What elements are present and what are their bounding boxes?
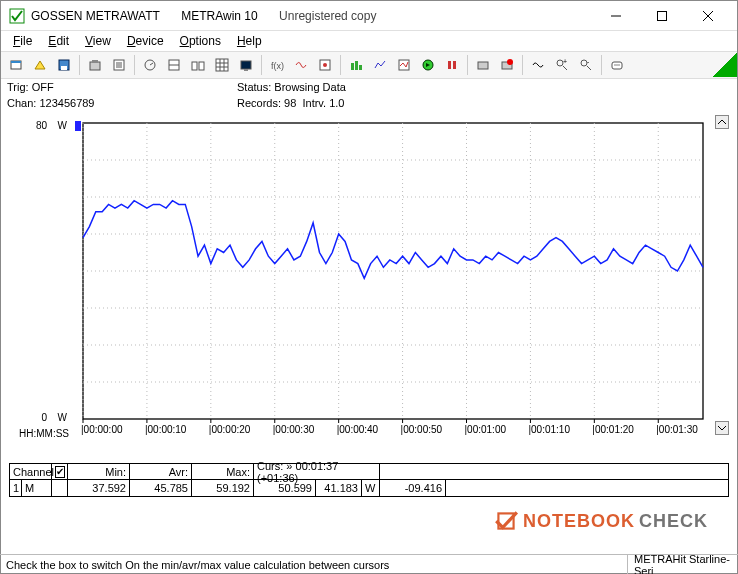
title-note: Unregistered copy [279, 9, 376, 23]
toolbar-btn-8[interactable] [187, 54, 209, 76]
toolbar-btn-22[interactable]: + [551, 54, 573, 76]
hdr-spacer [380, 464, 728, 479]
cell-diff: -09.416 [380, 480, 446, 496]
toolbar-sep [134, 55, 135, 75]
hdr-avr: Avr: [130, 464, 192, 479]
y-unit-top: W [58, 120, 68, 131]
svg-rect-51 [75, 121, 81, 131]
svg-rect-26 [241, 61, 251, 69]
toolbar-btn-16[interactable] [393, 54, 415, 76]
svg-text:|00:01:10: |00:01:10 [528, 424, 570, 435]
cell-max: 59.192 [192, 480, 254, 496]
table-header-row: Channel: ✔ Min: Avr: Max: Curs: » 00:01:… [10, 464, 728, 480]
toolbar-btn-23[interactable]: - [575, 54, 597, 76]
toolbar-btn-7[interactable] [163, 54, 185, 76]
toolbar-btn-1[interactable] [5, 54, 27, 76]
records-label: Records: [237, 97, 281, 109]
svg-rect-6 [11, 61, 21, 63]
chan-label: Chan: [7, 97, 36, 109]
svg-text:|00:00:10: |00:00:10 [145, 424, 187, 435]
status-message: Check the box to switch On the min/avr/m… [0, 555, 628, 574]
minimize-button[interactable] [593, 1, 639, 31]
app-icon [9, 8, 25, 24]
xaxis-label: HH:MM:SS [19, 428, 69, 439]
status-row-2: Chan: 123456789 Records: 98 Intrv. 1.0 [1, 95, 737, 111]
toolbar-btn-13[interactable] [314, 54, 336, 76]
svg-rect-36 [448, 61, 451, 69]
svg-rect-33 [359, 65, 362, 70]
close-button[interactable] [685, 1, 731, 31]
status-value: Browsing Data [274, 81, 346, 93]
cell-kind: M [22, 480, 52, 496]
menu-edit[interactable]: Edit [40, 32, 77, 50]
menu-help[interactable]: Help [229, 32, 270, 50]
toolbar-btn-21[interactable] [527, 54, 549, 76]
menu-device[interactable]: Device [119, 32, 172, 50]
toolbar-sep [522, 55, 523, 75]
ymin-label: 0 [41, 412, 47, 423]
svg-point-50 [618, 64, 619, 65]
line-chart[interactable]: 80 W 0 W |00:00:00|00:00:10|00:00:20|00:… [9, 115, 729, 455]
toolbar-btn-20[interactable] [496, 54, 518, 76]
toolbar-btn-9[interactable] [211, 54, 233, 76]
cell-min: 37.592 [68, 480, 130, 496]
svg-rect-21 [216, 59, 228, 71]
svg-text:|00:00:50: |00:00:50 [401, 424, 443, 435]
svg-text:|00:00:30: |00:00:30 [273, 424, 315, 435]
svg-text:|00:01:00: |00:01:00 [465, 424, 507, 435]
hdr-max: Max: [192, 464, 254, 479]
cell-c1: 50.599 [254, 480, 316, 496]
table-row: 1 M 37.592 45.785 59.192 50.599 41.183 W… [10, 480, 728, 496]
svg-rect-32 [355, 61, 358, 70]
svg-rect-8 [61, 66, 67, 70]
toolbar-btn-6[interactable] [139, 54, 161, 76]
menu-file[interactable]: File [5, 32, 40, 50]
svg-point-40 [507, 59, 513, 65]
status-label: Status: [237, 81, 271, 93]
toolbar-btn-12[interactable] [290, 54, 312, 76]
toolbar-btn-11[interactable]: f(x) [266, 54, 288, 76]
toolbar-btn-4[interactable] [84, 54, 106, 76]
cell-ch: 1 [10, 480, 22, 496]
toolbar-btn-14[interactable] [345, 54, 367, 76]
svg-text:|00:01:20: |00:01:20 [592, 424, 634, 435]
toolbar-btn-19[interactable] [472, 54, 494, 76]
hdr-channel: Channel: [10, 464, 52, 479]
svg-rect-2 [658, 11, 667, 20]
trig-label: Trig: [7, 81, 29, 93]
hdr-curs: Curs: » 00:01:37 (+01:36) [254, 464, 380, 479]
toolbar: f(x) + - [1, 51, 737, 79]
y-unit-bot: W [58, 412, 68, 423]
status-bar: Check the box to switch On the min/avr/m… [0, 554, 738, 574]
toolbar-btn-2[interactable] [29, 54, 51, 76]
toolbar-btn-24[interactable] [606, 54, 628, 76]
svg-rect-31 [351, 63, 354, 70]
svg-rect-37 [453, 61, 456, 69]
menu-options[interactable]: Options [172, 32, 229, 50]
menu-view[interactable]: View [77, 32, 119, 50]
maximize-button[interactable] [639, 1, 685, 31]
toolbar-btn-3[interactable] [53, 54, 75, 76]
svg-text:+: + [563, 58, 567, 65]
svg-text:|00:01:30: |00:01:30 [656, 424, 698, 435]
toolbar-btn-15[interactable] [369, 54, 391, 76]
toolbar-btn-18[interactable] [441, 54, 463, 76]
toolbar-btn-10[interactable] [235, 54, 257, 76]
cell-avr: 45.785 [130, 480, 192, 496]
cell-unit: W [362, 480, 380, 496]
svg-line-16 [150, 63, 153, 65]
svg-rect-10 [92, 60, 98, 63]
svg-rect-19 [192, 62, 197, 70]
data-table: Channel: ✔ Min: Avr: Max: Curs: » 00:01:… [9, 463, 729, 497]
svg-point-30 [323, 63, 327, 67]
menu-bar: File Edit View Device Options Help [1, 31, 737, 51]
watermark-b: CHECK [639, 511, 708, 532]
cell-c2: 41.183 [316, 480, 362, 496]
toolbar-btn-5[interactable] [108, 54, 130, 76]
svg-text:|00:00:40: |00:00:40 [337, 424, 379, 435]
cell-spacer [446, 480, 728, 496]
hdr-checkbox[interactable]: ✔ [52, 464, 68, 479]
toolbar-btn-17[interactable] [417, 54, 439, 76]
ymax-label: 80 [36, 120, 48, 131]
trig-value: OFF [32, 81, 54, 93]
